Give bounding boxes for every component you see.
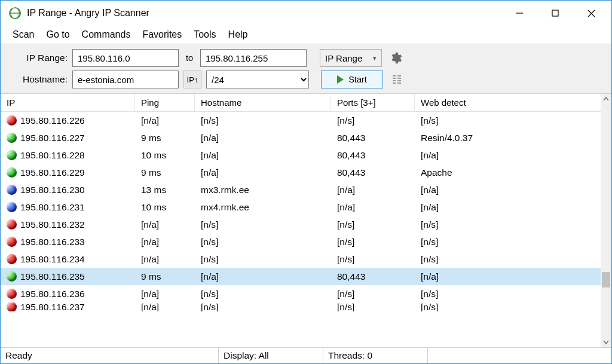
cell-web: [n/a]	[415, 185, 601, 195]
cell-ports: 80,443	[331, 167, 415, 178]
window-title: IP Range - Angry IP Scanner	[27, 8, 501, 19]
gear-icon	[389, 51, 402, 65]
cell-web: [n/a]	[415, 202, 601, 213]
ip-up-button[interactable]: IP↑	[183, 71, 201, 88]
status-dot-icon	[7, 133, 17, 143]
cell-ip-text: 195.80.116.226	[20, 115, 85, 126]
feeder-combo-label: IP Range	[325, 53, 362, 63]
status-dot-icon	[7, 289, 17, 299]
status-empty	[428, 348, 611, 363]
cell-web: [n/a]	[415, 271, 601, 282]
cell-web: [n/s]	[415, 115, 601, 126]
cell-web: Apache	[415, 167, 601, 178]
table-body: 195.80.116.226[n/a][n/s][n/s][n/s]195.80…	[1, 112, 601, 347]
cell-ip-text: 195.80.116.234	[20, 254, 85, 265]
cell-ip: 195.80.116.236	[1, 289, 135, 299]
table-row[interactable]: 195.80.116.22810 ms[n/a]80,443[n/a]	[1, 146, 601, 164]
cell-ip-text: 195.80.116.232	[20, 219, 85, 230]
cell-web: Resin/4.0.37	[415, 133, 601, 143]
cell-ports: 80,443	[331, 150, 415, 161]
maximize-button[interactable]	[537, 1, 573, 26]
cell-ping: [n/a]	[135, 254, 195, 265]
cell-ip-text: 195.80.116.233	[20, 237, 85, 247]
menu-help[interactable]: Help	[222, 27, 254, 42]
status-dot-icon	[7, 302, 17, 311]
ip-end-input[interactable]	[200, 49, 307, 67]
cell-ping: [n/a]	[135, 237, 195, 247]
menu-scan[interactable]: Scan	[7, 27, 40, 42]
column-ip[interactable]: IP	[1, 94, 135, 111]
table-row[interactable]: 195.80.116.234[n/a][n/s][n/s][n/s]	[1, 250, 601, 268]
table-row[interactable]: 195.80.116.226[n/a][n/s][n/s][n/s]	[1, 112, 601, 129]
cell-host: [n/a]	[195, 167, 331, 178]
table-row[interactable]: 195.80.116.2279 ms[n/a]80,443Resin/4.0.3…	[1, 129, 601, 146]
cell-ip: 195.80.116.230	[1, 185, 135, 195]
cell-host: [n/s]	[195, 219, 331, 230]
column-ping[interactable]: Ping	[135, 94, 195, 111]
cell-ping: 9 ms	[135, 133, 195, 143]
cell-host: [n/s]	[195, 254, 331, 265]
cell-ping: 9 ms	[135, 271, 195, 282]
start-button[interactable]: Start	[321, 71, 383, 88]
cell-ports: [n/a]	[331, 202, 415, 213]
chevron-down-icon: ▾	[373, 54, 377, 62]
ip-start-input[interactable]	[72, 49, 179, 67]
status-dot-icon	[7, 115, 17, 126]
cell-ping: 10 ms	[135, 150, 195, 161]
cell-web: [n/s]	[415, 302, 601, 311]
cell-host: [n/s]	[195, 115, 331, 126]
cell-ip-text: 195.80.116.235	[20, 271, 85, 282]
column-hostname[interactable]: Hostname	[195, 94, 331, 111]
menu-commands[interactable]: Commands	[76, 27, 137, 42]
close-button[interactable]	[573, 1, 609, 26]
column-ports[interactable]: Ports [3+]	[331, 94, 415, 111]
status-threads: Threads: 0	[323, 348, 428, 363]
cell-ip-text: 195.80.116.230	[20, 185, 85, 195]
cell-ports: [n/s]	[331, 302, 415, 311]
fetchers-button[interactable]	[388, 71, 406, 88]
title-bar: IP Range - Angry IP Scanner	[1, 1, 611, 26]
feeder-combo[interactable]: IP Range ▾	[320, 49, 382, 67]
status-dot-icon	[7, 185, 17, 195]
cell-web: [n/s]	[415, 254, 601, 265]
ip-range-label: IP Range:	[7, 53, 68, 63]
cell-ip-text: 195.80.116.231	[20, 202, 85, 213]
table-row[interactable]: 195.80.116.23013 msmx3.rmk.ee[n/a][n/a]	[1, 181, 601, 198]
list-icon	[391, 74, 402, 85]
scrollbar[interactable]	[601, 94, 611, 347]
column-web[interactable]: Web detect	[415, 94, 611, 111]
preferences-button[interactable]	[387, 49, 405, 67]
scroll-thumb[interactable]	[602, 272, 610, 287]
cell-ip-text: 195.80.116.228	[20, 150, 85, 161]
table-row[interactable]: 195.80.116.2359 ms[n/a]80,443[n/a]	[1, 268, 601, 285]
cell-ip: 195.80.116.231	[1, 202, 135, 213]
app-window: IP Range - Angry IP Scanner Scan Go to C…	[0, 0, 612, 364]
cell-ip: 195.80.116.234	[1, 254, 135, 265]
status-dot-icon	[7, 150, 17, 160]
results-table: IP Ping Hostname Ports [3+] Web detect 1…	[1, 94, 611, 347]
cell-ports: 80,443	[331, 271, 415, 282]
table-row[interactable]: 195.80.116.2299 ms[n/a]80,443Apache	[1, 164, 601, 181]
menu-tools[interactable]: Tools	[188, 27, 222, 42]
netmask-select[interactable]: /24	[206, 71, 309, 88]
cell-ip: 195.80.116.227	[1, 133, 135, 143]
cell-ports: [n/s]	[331, 115, 415, 126]
toolbar: IP Range: to IP Range ▾ Hostname: IP↑ /2…	[1, 44, 611, 94]
table-row[interactable]: 195.80.116.233[n/a][n/s][n/s][n/s]	[1, 233, 601, 250]
table-row[interactable]: 195.80.116.237[n/a][n/s][n/s][n/s]	[1, 302, 601, 311]
status-display: Display: All	[219, 348, 323, 363]
menu-goto[interactable]: Go to	[40, 27, 75, 42]
cell-ping: [n/a]	[135, 289, 195, 299]
hostname-input[interactable]	[72, 71, 179, 88]
scroll-down-icon[interactable]	[601, 337, 611, 347]
cell-ping: 9 ms	[135, 167, 195, 178]
cell-ip: 195.80.116.235	[1, 271, 135, 282]
menu-favorites[interactable]: Favorites	[136, 27, 188, 42]
scroll-up-icon[interactable]	[601, 94, 611, 105]
table-row[interactable]: 195.80.116.23110 msmx4.rmk.ee[n/a][n/a]	[1, 198, 601, 216]
table-row[interactable]: 195.80.116.232[n/a][n/s][n/s][n/s]	[1, 216, 601, 233]
minimize-button[interactable]	[501, 1, 537, 26]
cell-ports: [n/s]	[331, 289, 415, 299]
status-bar: Ready Display: All Threads: 0	[1, 347, 611, 363]
table-row[interactable]: 195.80.116.236[n/a][n/s][n/s][n/s]	[1, 285, 601, 302]
